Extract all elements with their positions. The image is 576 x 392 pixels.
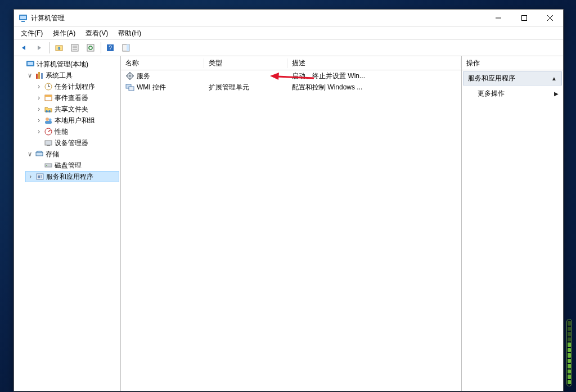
actions-pane: 操作 服务和应用程序 ▲ 更多操作 ▶ xyxy=(462,56,563,391)
list-item-wmi[interactable]: WMI 控件 扩展管理单元 配置和控制 Windows ... xyxy=(121,82,461,93)
computer-icon xyxy=(26,60,35,69)
gear-icon xyxy=(125,71,134,80)
svg-rect-35 xyxy=(45,141,52,145)
tree-root[interactable]: · 计算机管理(本地) xyxy=(16,58,119,70)
tree-local-users[interactable]: › 本地用户和组 xyxy=(34,115,119,126)
list-cell-type: 扩展管理单元 xyxy=(204,83,287,92)
storage-icon xyxy=(35,150,44,159)
expand-icon[interactable]: › xyxy=(35,105,42,113)
tree-label: 计算机管理(本地) xyxy=(37,60,88,69)
toolbar-separator xyxy=(50,42,50,53)
svg-text:?: ? xyxy=(109,45,112,51)
collapse-icon[interactable]: ∨ xyxy=(26,71,33,79)
expand-icon[interactable]: › xyxy=(35,83,42,91)
svg-point-30 xyxy=(46,118,49,121)
tree-services-and-applications[interactable]: › 服务和应用程序 xyxy=(25,171,119,182)
expand-icon[interactable]: › xyxy=(35,94,42,102)
tree-storage[interactable]: ∨ 存储 xyxy=(25,148,119,160)
column-type[interactable]: 类型 xyxy=(204,58,287,68)
navigation-tree[interactable]: · 计算机管理(本地) ∨ 系统工具 xyxy=(14,56,121,391)
event-icon xyxy=(44,93,53,102)
svg-point-40 xyxy=(46,165,47,166)
collapse-icon[interactable]: ∨ xyxy=(26,150,33,158)
menu-file[interactable]: 文件(F) xyxy=(16,28,47,39)
help-button[interactable]: ? xyxy=(103,40,118,55)
toolbar: ? xyxy=(14,40,563,56)
forward-button[interactable] xyxy=(32,40,47,55)
expand-icon[interactable]: › xyxy=(27,173,34,181)
menu-help[interactable]: 帮助(H) xyxy=(114,28,146,39)
svg-point-28 xyxy=(46,110,48,112)
actions-section-label: 服务和应用程序 xyxy=(468,74,515,83)
list-item-services[interactable]: 服务 启动、终止并设置 Win... xyxy=(121,70,461,82)
app-icon xyxy=(19,13,28,22)
refresh-button[interactable] xyxy=(83,40,98,55)
tree-label: 系统工具 xyxy=(46,71,73,80)
window-buttons xyxy=(485,10,563,26)
actions-title: 操作 xyxy=(462,56,563,70)
svg-rect-39 xyxy=(45,164,52,167)
minimize-button[interactable] xyxy=(485,10,511,26)
svg-rect-4 xyxy=(522,16,527,21)
svg-rect-42 xyxy=(38,175,40,178)
shared-folder-icon xyxy=(44,105,53,114)
disk-icon xyxy=(44,161,53,170)
sound-meter-widget xyxy=(566,319,572,386)
details-list[interactable]: 名称 类型 描述 服务 启动、终止并设置 Win... WMI 控件 xyxy=(121,56,462,391)
action-more[interactable]: 更多操作 ▶ xyxy=(462,87,563,101)
column-name[interactable]: 名称 xyxy=(121,58,204,68)
svg-rect-17 xyxy=(127,44,129,51)
titlebar[interactable]: 计算机管理 xyxy=(14,10,563,27)
tree-performance[interactable]: › 性能 xyxy=(34,126,119,137)
device-icon xyxy=(44,138,53,147)
svg-rect-12 xyxy=(87,44,94,51)
expand-icon[interactable]: › xyxy=(35,116,42,124)
list-cell-name: WMI 控件 xyxy=(137,83,166,92)
maximize-button[interactable] xyxy=(511,10,537,26)
svg-rect-51 xyxy=(129,87,134,91)
window-title: 计算机管理 xyxy=(31,13,485,23)
list-cell-desc: 配置和控制 Windows ... xyxy=(287,83,461,92)
list-cell-desc: 启动、终止并设置 Win... xyxy=(287,71,461,81)
tree-label: 任务计划程序 xyxy=(55,82,95,92)
tree-shared-folders[interactable]: › 共享文件夹 xyxy=(34,103,119,115)
collapse-icon: ▲ xyxy=(551,75,557,82)
toolbar-separator xyxy=(101,42,101,53)
close-button[interactable] xyxy=(537,10,563,26)
menu-action[interactable]: 操作(A) xyxy=(48,28,80,39)
tree-system-tools[interactable]: ∨ 系统工具 xyxy=(25,70,119,81)
action-label: 更多操作 xyxy=(478,89,505,98)
tree-device-manager[interactable]: · 设备管理器 xyxy=(34,137,119,148)
content-area: · 计算机管理(本地) ∨ 系统工具 xyxy=(14,56,563,391)
performance-icon xyxy=(44,127,53,136)
svg-rect-27 xyxy=(45,95,52,97)
expand-icon[interactable]: › xyxy=(35,128,42,136)
show-hide-action-pane-button[interactable] xyxy=(119,40,133,55)
back-button[interactable] xyxy=(16,40,31,55)
svg-point-29 xyxy=(48,110,51,112)
list-body: 服务 启动、终止并设置 Win... WMI 控件 扩展管理单元 配置和控制 W… xyxy=(121,70,461,93)
clock-icon xyxy=(44,82,53,91)
svg-rect-19 xyxy=(28,62,33,65)
svg-rect-36 xyxy=(47,145,50,146)
actions-section-header[interactable]: 服务和应用程序 ▲ xyxy=(463,71,562,85)
up-button[interactable] xyxy=(52,40,66,55)
svg-rect-38 xyxy=(36,152,43,156)
tree-label: 性能 xyxy=(55,127,68,137)
tree-label: 存储 xyxy=(46,150,59,159)
menubar: 文件(F) 操作(A) 查看(V) 帮助(H) xyxy=(14,27,563,40)
services-apps-icon xyxy=(35,172,44,181)
svg-rect-21 xyxy=(36,74,38,79)
properties-button[interactable] xyxy=(68,40,82,55)
svg-point-31 xyxy=(49,119,52,121)
tree-task-scheduler[interactable]: › 任务计划程序 xyxy=(34,81,119,92)
tree-disk-management[interactable]: · 磁盘管理 xyxy=(34,160,119,171)
svg-point-45 xyxy=(129,75,130,76)
users-icon xyxy=(44,116,53,125)
tree-event-viewer[interactable]: › 事件查看器 xyxy=(34,92,119,103)
computer-management-window: 计算机管理 文件(F) 操作(A) 查看(V) 帮助(H) ? xyxy=(14,9,564,391)
column-description[interactable]: 描述 xyxy=(287,58,461,68)
menu-view[interactable]: 查看(V) xyxy=(81,28,112,39)
list-cell-name: 服务 xyxy=(137,71,150,81)
tree-label: 磁盘管理 xyxy=(55,161,82,170)
